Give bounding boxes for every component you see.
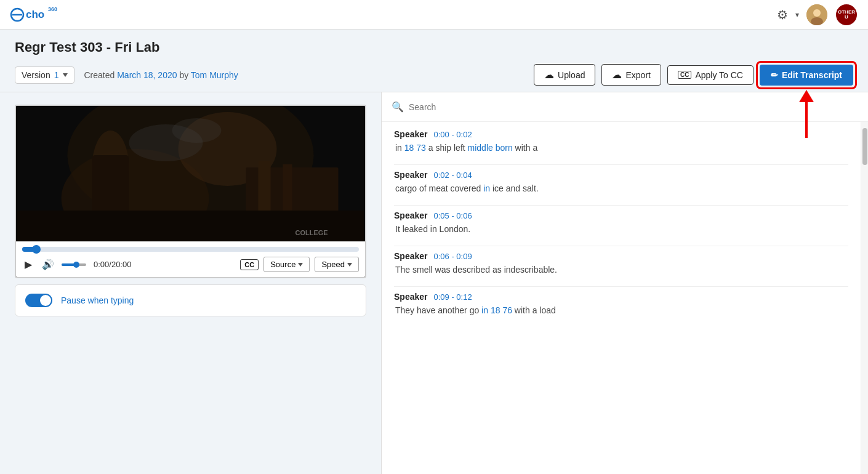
logo-svg: cho 360 (10, 5, 65, 25)
svg-rect-16 (16, 211, 365, 241)
svg-point-5 (813, 9, 821, 17)
page-title: Regr Test 303 - Fri Lab (15, 39, 853, 55)
version-number: 1 (54, 70, 59, 80)
search-icon: 🔍 (392, 101, 404, 113)
progress-dot (32, 245, 41, 254)
scrollbar-thumb[interactable] (862, 128, 867, 165)
pause-typing-toggle[interactable] (25, 294, 52, 307)
transcript-text-1: in 18 73 a ship left middle born with a (394, 142, 848, 155)
upload-icon: ☁ (544, 69, 554, 81)
time-range-5: 0:09 - 0:12 (433, 292, 472, 302)
time-range-3: 0:05 - 0:06 (433, 211, 472, 220)
volume-track[interactable] (62, 263, 86, 266)
video-controls-bar: ▶ 🔊 0:00/20:00 CC Source (16, 241, 365, 277)
speaker-label-3: Speaker (394, 211, 427, 220)
svg-text:360: 360 (48, 6, 57, 12)
cc-icon: CC (678, 71, 691, 79)
transcript-entry-1: Speaker 0:00 - 0:02 in 18 73 a ship left… (394, 129, 848, 155)
svg-text:COLLEGE: COLLEGE (295, 229, 328, 236)
speaker-label-5: Speaker (394, 292, 427, 302)
progress-bar-container[interactable] (22, 247, 359, 252)
transcript-entry-3: Speaker 0:05 - 0:06 It leaked in London. (394, 211, 848, 236)
pause-typing-label: Pause when typing (61, 295, 134, 305)
speaker-line-5: Speaker 0:09 - 0:12 (394, 292, 848, 302)
transcript-text-4: The smell was described as indescribable… (394, 263, 848, 276)
pencil-icon: ✏ (771, 70, 778, 80)
speed-button[interactable]: Speed (315, 257, 359, 272)
svg-rect-11 (92, 155, 129, 217)
speaker-label-2: Speaker (394, 170, 427, 180)
speed-dropdown-icon (347, 263, 352, 267)
source-dropdown-icon (298, 263, 303, 267)
svg-point-18 (172, 118, 222, 143)
speaker-label-4: Speaker (394, 251, 427, 261)
speaker-line-2: Speaker 0:02 - 0:04 (394, 170, 848, 180)
top-bar: cho 360 ⚙ ▾ OTHERU (0, 0, 868, 30)
speaker-label-1: Speaker (394, 129, 427, 139)
transcript-text-3: It leaked in London. (394, 223, 848, 236)
svg-text:cho: cho (26, 9, 44, 20)
transcript-scroll-area: Speaker 0:00 - 0:02 in 18 73 a ship left… (382, 122, 868, 474)
video-screen: COLLEGE (16, 106, 365, 241)
export-icon: ☁ (612, 69, 622, 81)
cc-toggle-button[interactable]: CC (240, 259, 259, 270)
version-select[interactable]: Version 1 (15, 66, 74, 84)
video-frame: COLLEGE (16, 106, 365, 241)
main-content: COLLEGE ▶ 🔊 (0, 92, 868, 474)
apply-to-cc-button[interactable]: CC Apply To CC (667, 65, 753, 85)
right-panel: 🔍 Speaker 0:00 - 0:02 in 18 73 a ship le… (382, 92, 868, 474)
time-range-1: 0:00 - 0:02 (433, 130, 472, 139)
progress-track[interactable] (22, 247, 359, 252)
volume-slider[interactable] (62, 263, 86, 266)
avatar (806, 4, 827, 25)
search-bar: 🔍 (382, 92, 868, 122)
export-button[interactable]: ☁ Export (601, 64, 661, 86)
volume-button[interactable]: 🔊 (39, 257, 57, 271)
transcript-text-5: They have another go in 18 76 with a loa… (394, 304, 848, 317)
created-date: March 18, 2020 (117, 70, 177, 80)
dropdown-arrow-icon[interactable]: ▾ (795, 10, 799, 19)
speaker-line-3: Speaker 0:05 - 0:06 (394, 211, 848, 220)
transcript-area: Speaker 0:00 - 0:02 in 18 73 a ship left… (382, 122, 861, 474)
created-text: Created March 18, 2020 by Tom Murphy (84, 70, 238, 80)
time-range-2: 0:02 - 0:04 (433, 171, 472, 180)
upload-button[interactable]: ☁ Upload (534, 64, 595, 86)
speaker-line-4: Speaker 0:06 - 0:09 (394, 251, 848, 261)
university-badge: OTHERU (835, 3, 858, 26)
transcript-entry-5: Speaker 0:09 - 0:12 They have another go… (394, 292, 848, 317)
transcript-entry-2: Speaker 0:02 - 0:04 cargo of meat covere… (394, 170, 848, 195)
transcript-entry-4: Speaker 0:06 - 0:09 The smell was descri… (394, 251, 848, 276)
logo: cho 360 (10, 5, 65, 25)
meta-row: Version 1 Created March 18, 2020 by Tom … (15, 64, 853, 86)
play-button[interactable]: ▶ (22, 257, 34, 271)
meta-left: Version 1 Created March 18, 2020 by Tom … (15, 66, 238, 84)
gear-icon[interactable]: ⚙ (777, 7, 788, 22)
time-range-4: 0:06 - 0:09 (433, 252, 472, 261)
toggle-knob (40, 295, 51, 306)
video-container: COLLEGE ▶ 🔊 (15, 105, 366, 278)
controls-row: ▶ 🔊 0:00/20:00 CC Source (22, 257, 359, 272)
left-panel: COLLEGE ▶ 🔊 (0, 92, 382, 474)
scrollbar-track[interactable] (861, 122, 868, 474)
svg-rect-15 (283, 164, 292, 217)
volume-dot (73, 262, 79, 268)
title-bar: Regr Test 303 - Fri Lab Version 1 Create… (0, 30, 868, 92)
svg-rect-14 (259, 161, 271, 217)
time-display: 0:00/20:00 (94, 260, 131, 269)
edit-transcript-button[interactable]: ✏ Edit Transcript (760, 65, 853, 86)
search-input[interactable] (409, 102, 858, 112)
created-author: Tom Murphy (191, 70, 238, 80)
version-dropdown-icon (63, 73, 68, 77)
transcript-text-2: cargo of meat covered in ice and salt. (394, 182, 848, 195)
top-bar-right: ⚙ ▾ OTHERU (777, 3, 858, 26)
edit-transcript-wrapper: ✏ Edit Transcript (760, 65, 853, 86)
source-button[interactable]: Source (263, 257, 310, 272)
version-label: Version (22, 70, 50, 80)
pause-typing-box: Pause when typing (15, 284, 366, 316)
meta-actions: ☁ Upload ☁ Export CC Apply To CC ✏ Edit … (534, 64, 853, 86)
speaker-line-1: Speaker 0:00 - 0:02 (394, 129, 848, 139)
